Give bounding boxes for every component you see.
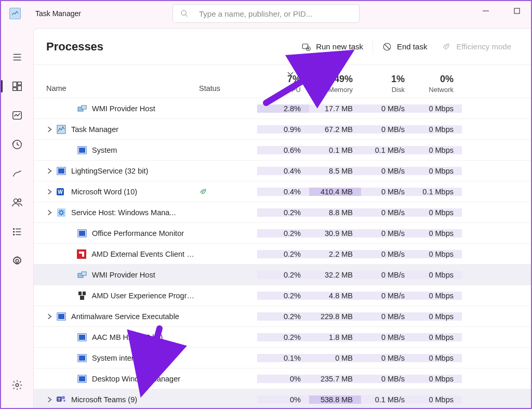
network-cell: 0 Mbps bbox=[413, 354, 462, 362]
nav-settings-icon[interactable] bbox=[1, 372, 33, 399]
svg-point-0 bbox=[181, 10, 186, 15]
efficiency-label: Efficiency mode bbox=[456, 42, 511, 51]
nav-details-icon[interactable] bbox=[1, 218, 33, 245]
process-icon bbox=[57, 166, 66, 176]
memory-cell: 32.2 MB bbox=[309, 271, 361, 279]
process-row[interactable]: Task Manager 0.9% 67.2 MB 0 MB/s 0 Mbps bbox=[34, 119, 531, 140]
minimize-button[interactable] bbox=[482, 7, 489, 15]
disk-cell: 0 MB/s bbox=[361, 333, 413, 341]
window-controls bbox=[482, 7, 521, 15]
memory-cell: 30.9 MB bbox=[309, 229, 361, 238]
network-cell: 0 Mbps bbox=[413, 312, 462, 321]
svg-point-15 bbox=[14, 229, 15, 230]
process-name: Microsoft Word (10) bbox=[71, 188, 137, 196]
svg-rect-46 bbox=[83, 292, 86, 295]
nav-menu-icon[interactable] bbox=[1, 44, 33, 71]
svg-rect-3 bbox=[514, 8, 520, 14]
nav-startup-icon[interactable] bbox=[1, 160, 33, 187]
nav-users-icon[interactable] bbox=[1, 189, 33, 216]
svg-text:T: T bbox=[58, 397, 61, 402]
svg-rect-55 bbox=[79, 376, 85, 381]
nav-processes-icon[interactable] bbox=[1, 73, 33, 100]
process-row[interactable]: LightingService (32 bit) 0.4% 8.5 MB 0 M… bbox=[34, 161, 531, 181]
process-row[interactable]: AMD User Experience Progra... 0.2% 4.8 M… bbox=[34, 285, 531, 306]
titlebar: Task Manager bbox=[1, 1, 531, 26]
col-memory[interactable]: 49% Memory bbox=[309, 65, 361, 98]
process-icon bbox=[57, 208, 66, 217]
disk-cell: 0 MB/s bbox=[361, 354, 413, 362]
process-icon bbox=[77, 146, 87, 155]
process-row[interactable]: System 0.6% 0.1 MB 0.1 MB/s 0 Mbps bbox=[34, 140, 531, 161]
process-row[interactable]: WMI Provider Host 2.8% 17.7 MB 0 MB/s 0 … bbox=[34, 98, 531, 119]
process-row[interactable]: AAC MB HAL (32 bit) 0.2% 1.8 MB 0 MB/s 0… bbox=[34, 327, 531, 348]
expand-icon[interactable] bbox=[46, 396, 54, 403]
svg-rect-53 bbox=[79, 355, 85, 361]
col-status[interactable]: Status bbox=[199, 84, 220, 93]
expand-icon[interactable] bbox=[46, 188, 54, 195]
process-name: Task Manager bbox=[71, 125, 118, 134]
cpu-cell: 0.1% bbox=[257, 354, 309, 362]
process-row[interactable]: WMI Provider Host 0.2% 32.2 MB 0 MB/s 0 … bbox=[34, 265, 531, 285]
cpu-cell: 0.2% bbox=[257, 229, 309, 238]
network-cell: 0 Mbps bbox=[413, 395, 462, 404]
svg-rect-45 bbox=[78, 292, 82, 295]
svg-text:W: W bbox=[58, 189, 63, 195]
nav-services-icon[interactable] bbox=[1, 247, 33, 274]
process-row[interactable]: Office Performance Monitor 0.2% 30.9 MB … bbox=[34, 223, 531, 244]
run-new-task-button[interactable]: Run new task bbox=[294, 37, 370, 57]
grid-header: Name Status 7% CPU 49% Memory 1% Disk bbox=[34, 65, 531, 98]
end-task-button[interactable]: End task bbox=[375, 37, 434, 57]
network-cell: 0 Mbps bbox=[413, 104, 462, 113]
disk-cell: 0 MB/s bbox=[361, 312, 413, 321]
leaf-icon bbox=[199, 188, 207, 196]
process-row[interactable]: W Microsoft Word (10) 0.4% 410.4 MB 0 MB… bbox=[34, 181, 531, 202]
col-cpu[interactable]: 7% CPU bbox=[257, 65, 309, 98]
process-icon: W bbox=[57, 187, 66, 196]
memory-cell: 235.7 MB bbox=[309, 375, 361, 383]
grid-body[interactable]: WMI Provider Host 2.8% 17.7 MB 0 MB/s 0 … bbox=[34, 98, 531, 408]
col-disk[interactable]: 1% Disk bbox=[361, 65, 413, 98]
nav-app-history-icon[interactable] bbox=[1, 131, 33, 158]
expand-icon[interactable] bbox=[46, 313, 54, 320]
cpu-cell: 0% bbox=[257, 375, 309, 383]
process-row[interactable]: Antimalware Service Executable 0.2% 229.… bbox=[34, 306, 531, 327]
memory-cell: 0 MB bbox=[309, 354, 361, 362]
cpu-cell: 0% bbox=[257, 395, 309, 404]
process-row[interactable]: Desktop Window Manager 0% 235.7 MB 0 MB/… bbox=[34, 368, 531, 389]
expand-icon[interactable] bbox=[46, 167, 54, 175]
nav-performance-icon[interactable] bbox=[1, 102, 33, 129]
process-row[interactable]: T Microsoft Teams (9) 0% 538.8 MB 0.1 MB… bbox=[34, 389, 531, 408]
col-network[interactable]: 0% Network bbox=[413, 65, 462, 98]
svg-rect-49 bbox=[58, 314, 64, 319]
search-input[interactable] bbox=[199, 9, 352, 18]
maximize-button[interactable] bbox=[513, 7, 521, 15]
expand-icon[interactable] bbox=[46, 126, 54, 133]
process-row[interactable]: AMD External Events Client M... 0.2% 2.2… bbox=[34, 244, 531, 265]
svg-rect-30 bbox=[82, 105, 86, 109]
process-row[interactable]: System interrupts 0.1% 0 MB 0 MB/s 0 Mbp… bbox=[34, 348, 531, 368]
memory-cell: 538.8 MB bbox=[309, 395, 361, 404]
content-pane: Processes Run new task End task Efficien… bbox=[33, 28, 531, 408]
network-cell: 0 Mbps bbox=[413, 271, 462, 279]
process-grid: Name Status 7% CPU 49% Memory 1% Disk bbox=[34, 65, 531, 408]
process-name: LightingService (32 bit) bbox=[71, 167, 148, 175]
process-icon bbox=[77, 249, 86, 259]
end-task-label: End task bbox=[397, 42, 427, 51]
memory-cell: 17.7 MB bbox=[309, 104, 361, 113]
toolbar: Processes Run new task End task Efficien… bbox=[34, 29, 531, 65]
svg-rect-47 bbox=[80, 296, 84, 300]
process-status bbox=[195, 188, 257, 196]
disk-cell: 0.1 MB/s bbox=[361, 395, 413, 404]
svg-point-17 bbox=[14, 234, 15, 235]
svg-line-28 bbox=[385, 44, 390, 49]
memory-cell: 2.2 MB bbox=[309, 250, 361, 258]
app-title: Task Manager bbox=[35, 9, 81, 18]
expand-icon[interactable] bbox=[46, 209, 54, 216]
memory-cell: 67.2 MB bbox=[309, 125, 361, 134]
process-icon bbox=[77, 229, 87, 238]
search-box[interactable] bbox=[172, 4, 360, 23]
process-row[interactable]: Service Host: Windows Mana... 0.2% 8.8 M… bbox=[34, 202, 531, 223]
process-icon bbox=[77, 104, 87, 113]
process-name: AMD User Experience Progra... bbox=[92, 292, 195, 300]
col-name[interactable]: Name bbox=[46, 84, 66, 93]
